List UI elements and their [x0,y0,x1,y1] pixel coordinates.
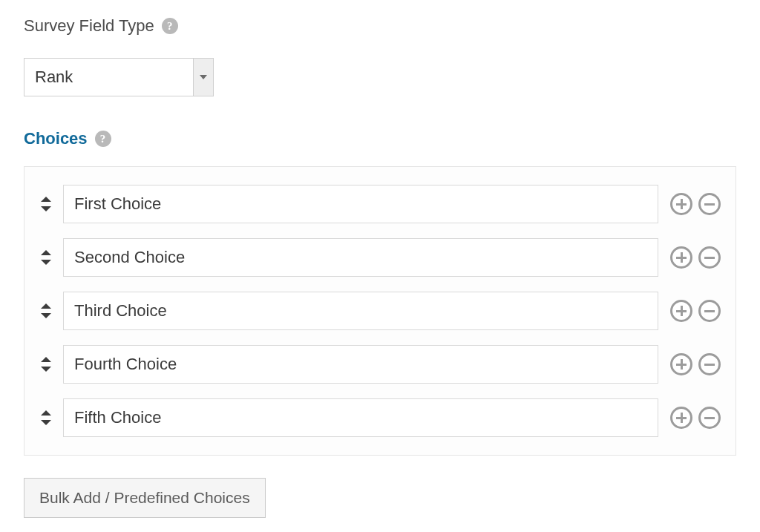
svg-marker-5 [41,303,51,309]
choice-input[interactable] [63,238,658,277]
choice-input[interactable] [63,185,658,223]
choice-input[interactable] [63,292,658,330]
field-type-label: Survey Field Type [24,16,154,36]
choice-row [38,398,721,437]
add-choice-button[interactable] [670,246,692,269]
svg-marker-0 [200,75,207,79]
svg-marker-3 [41,250,51,255]
remove-choice-button[interactable] [698,300,721,322]
field-type-select[interactable]: Rank [24,58,214,96]
svg-marker-6 [41,313,51,318]
remove-choice-button[interactable] [698,407,721,429]
choice-row [38,345,721,384]
svg-marker-1 [41,197,51,202]
drag-handle-icon[interactable] [38,243,54,272]
help-icon[interactable]: ? [95,131,111,147]
svg-marker-4 [41,260,51,265]
remove-choice-button[interactable] [698,193,721,215]
choices-container [24,166,736,456]
choice-input[interactable] [63,398,658,437]
choice-input[interactable] [63,345,658,384]
svg-marker-8 [41,367,51,372]
drag-handle-icon[interactable] [38,350,54,378]
choice-row [38,185,721,223]
bulk-add-button[interactable]: Bulk Add / Predefined Choices [24,478,266,518]
chevron-down-icon [193,59,213,96]
add-choice-button[interactable] [670,300,692,322]
svg-marker-10 [41,420,51,425]
add-choice-button[interactable] [670,353,692,375]
remove-choice-button[interactable] [698,246,721,269]
svg-marker-9 [41,410,51,416]
help-icon[interactable]: ? [162,18,178,34]
choice-row [38,292,721,330]
choice-row [38,238,721,277]
drag-handle-icon[interactable] [38,297,54,325]
svg-marker-2 [41,206,51,211]
svg-marker-7 [41,357,51,362]
remove-choice-button[interactable] [698,353,721,375]
add-choice-button[interactable] [670,193,692,215]
field-type-value: Rank [24,59,193,96]
choices-heading: Choices [24,129,88,148]
add-choice-button[interactable] [670,407,692,429]
drag-handle-icon[interactable] [38,190,54,218]
drag-handle-icon[interactable] [38,404,54,432]
